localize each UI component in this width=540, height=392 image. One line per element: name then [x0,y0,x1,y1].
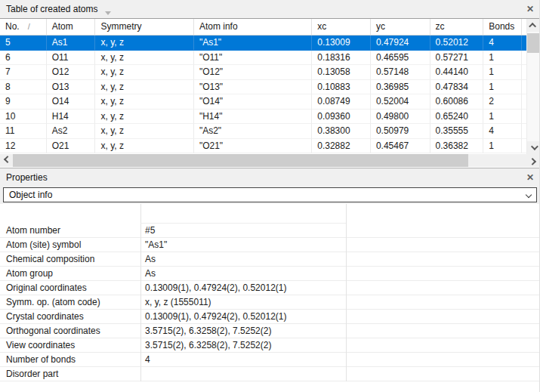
chevron-right-icon [529,158,536,165]
chevron-down-icon [531,143,538,150]
cell-atom-info: "O13" [194,80,312,95]
scroll-left-button[interactable] [0,154,13,167]
table-row[interactable]: 8 O13 x, y, z "O13" 0.10883 0.36985 0.47… [0,80,527,95]
cell-symmetry: x, y, z [95,51,193,66]
table-row[interactable]: 7 O12 x, y, z "O12" 0.13058 0.57148 0.44… [0,65,527,80]
cell-zc: 0.52012 [430,35,484,51]
property-label: Number of bonds [0,353,140,366]
cell-xc: 0.18316 [312,51,371,66]
property-extra [346,353,540,366]
property-row: Number of bonds 4 [0,353,540,367]
vertical-scrollbar-thumb[interactable] [527,33,540,53]
cell-symmetry: x, y, z [95,94,193,110]
cell-zc: 0.36382 [430,139,484,154]
cell-atom: O14 [47,94,96,110]
properties-panel-close-icon[interactable]: ✕ [524,168,536,187]
property-value: #5 [140,224,346,237]
column-header-xc[interactable]: xc [312,19,371,35]
property-label: Chemical composition [0,252,140,266]
property-row: Original coordinates 0.13009(1), 0.47924… [0,281,540,295]
cell-yc: 0.36985 [371,80,430,95]
property-extra [346,238,540,252]
cell-zc: 0.60086 [430,94,484,110]
property-value: x, y, z (1555011) [140,295,346,309]
property-label: Disorder part [0,367,140,381]
table-row[interactable]: 9 O14 x, y, z "O14" 0.08749 0.52004 0.60… [0,94,527,110]
table-row[interactable]: 11 As2 x, y, z "As2" 0.38300 0.50979 0.3… [0,124,527,139]
cell-yc: 0.49800 [371,110,430,125]
cell-atom: H14 [47,110,96,125]
cell-no: 10 [0,110,47,125]
object-info-dropdown[interactable]: Object info [3,187,537,202]
cell-atom-info: "O21" [194,139,312,154]
scroll-right-button[interactable] [527,154,540,167]
grid-divider [140,223,346,224]
column-header-no[interactable]: No./ [0,19,47,35]
cell-bonds: 4 [483,124,522,139]
property-label: Symm. op. (atom code) [0,295,140,309]
property-value: 0.13009(1), 0.47924(2), 0.52012(1) [140,310,346,323]
cell-xc: 0.32882 [312,139,371,154]
cell-symmetry: x, y, z [95,65,193,80]
cell-zc: 0.44140 [430,65,484,80]
atoms-panel-title: Table of created atoms [6,0,97,18]
cell-bonds: 1 [483,65,522,80]
vertical-scrollbar[interactable] [526,19,539,154]
column-header-yc[interactable]: yc [371,19,430,35]
cell-xc: 0.10883 [312,80,371,95]
cell-no: 5 [0,35,47,51]
cell-xc: 0.13009 [312,35,371,51]
cell-yc: 0.57148 [371,65,430,80]
cell-bonds: 2 [483,94,522,110]
cell-yc: 0.52004 [371,94,430,110]
table-row[interactable]: 12 O21 x, y, z "O21" 0.32882 0.45467 0.3… [0,139,527,154]
column-header-zc[interactable]: zc [430,19,484,35]
property-label: Atom (site) symbol [0,238,140,252]
cell-no: 12 [0,139,47,154]
cell-atom: O21 [47,139,96,154]
property-value: 3.5715(2), 6.3258(2), 7.5252(2) [140,338,346,352]
cell-atom: As1 [47,35,96,51]
cell-symmetry: x, y, z [95,139,193,154]
table-row[interactable]: 6 O11 x, y, z "O11" 0.18316 0.46595 0.57… [0,51,527,66]
scroll-up-button[interactable] [527,19,540,32]
table-row[interactable]: 10 H14 x, y, z "H14" 0.09360 0.49800 0.6… [0,110,527,125]
table-row[interactable]: 5 As1 x, y, z "As1" 0.13009 0.47924 0.52… [0,35,527,51]
properties-panel-titlebar[interactable]: Properties ✕ [0,168,540,186]
horizontal-scrollbar-thumb[interactable] [13,154,468,167]
column-header-atom[interactable]: Atom [47,19,96,35]
cell-bonds: 1 [483,51,522,66]
property-extra [346,252,540,266]
property-label: Original coordinates [0,281,140,295]
property-row: Orthogonal coordinates 3.5715(2), 6.3258… [0,324,540,338]
cell-atom-info: "O12" [194,65,312,80]
properties-panel-title: Properties [6,168,48,187]
property-value: As [140,267,346,280]
atoms-panel-close-icon[interactable]: ✕ [524,0,536,18]
cell-bonds: 4 [483,35,522,51]
column-header-symmetry[interactable]: Symmetry [95,19,193,35]
cell-atom: As2 [47,124,96,139]
cell-atom: O12 [47,65,96,80]
cell-xc: 0.13058 [312,65,371,80]
column-header-bonds[interactable]: Bonds [483,19,522,35]
scroll-down-button[interactable] [527,141,540,154]
property-row: Chemical composition As [0,252,540,267]
property-row: Atom (site) symbol "As1" [0,238,540,252]
property-extra [346,281,540,295]
atoms-table-body: 5 As1 x, y, z "As1" 0.13009 0.47924 0.52… [0,35,527,153]
cell-zc: 0.47834 [430,80,484,95]
cell-atom: O11 [47,51,96,66]
atoms-table-header: No./ Atom Symmetry Atom info xc yc zc Bo… [0,19,527,35]
property-extra [346,338,540,352]
property-value [140,367,346,381]
cell-atom: O13 [47,80,96,95]
chevron-up-icon [529,23,536,30]
property-row: View coordinates 3.5715(2), 6.3258(2), 7… [0,338,540,353]
horizontal-scrollbar[interactable] [0,154,540,167]
cell-atom-info: "H14" [194,110,312,125]
atoms-panel-titlebar[interactable]: Table of created atoms ✕ [0,0,540,19]
cell-symmetry: x, y, z [95,35,193,51]
column-header-atom-info[interactable]: Atom info [194,19,312,35]
cell-symmetry: x, y, z [95,124,193,139]
